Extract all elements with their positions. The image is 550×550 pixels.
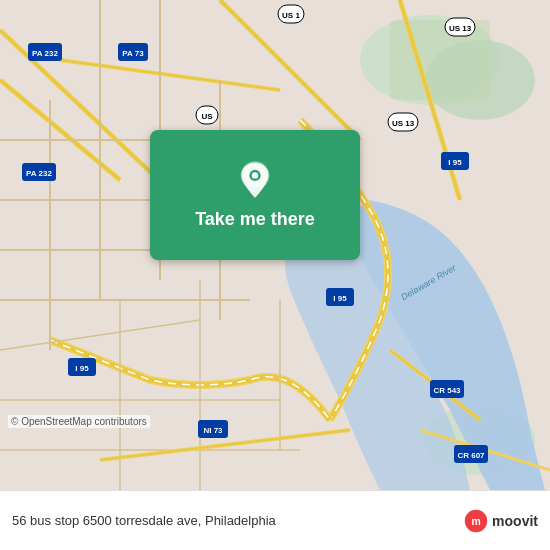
svg-text:US 13: US 13 <box>392 119 415 128</box>
moovit-logo: m moovit <box>464 509 538 533</box>
svg-text:PA 232: PA 232 <box>26 169 52 178</box>
moovit-logo-icon: m <box>464 509 488 533</box>
take-me-there-label: Take me there <box>195 209 315 230</box>
svg-text:PA 73: PA 73 <box>122 49 144 58</box>
map-container: PA 232 PA 73 US 1 US 13 PA 232 US US 13 … <box>0 0 550 490</box>
svg-text:I 95: I 95 <box>448 158 462 167</box>
svg-text:CR 607: CR 607 <box>457 451 485 460</box>
svg-text:US: US <box>201 112 213 121</box>
svg-text:US 13: US 13 <box>449 24 472 33</box>
svg-rect-3 <box>390 20 490 100</box>
stop-address: 56 bus stop 6500 torresdale ave, Philade… <box>12 513 464 528</box>
svg-text:I 95: I 95 <box>75 364 89 373</box>
svg-text:m: m <box>471 516 480 527</box>
svg-text:NI 73: NI 73 <box>203 426 223 435</box>
moovit-logo-text: moovit <box>492 513 538 529</box>
bottom-info-bar: 56 bus stop 6500 torresdale ave, Philade… <box>0 490 550 550</box>
svg-text:PA 232: PA 232 <box>32 49 58 58</box>
map-attribution: © OpenStreetMap contributors <box>8 415 150 428</box>
location-pin-icon <box>235 161 275 201</box>
svg-text:US 1: US 1 <box>282 11 300 20</box>
take-me-there-button[interactable]: Take me there <box>150 130 360 260</box>
svg-text:I 95: I 95 <box>333 294 347 303</box>
svg-point-64 <box>252 172 258 178</box>
svg-text:CR 543: CR 543 <box>433 386 461 395</box>
